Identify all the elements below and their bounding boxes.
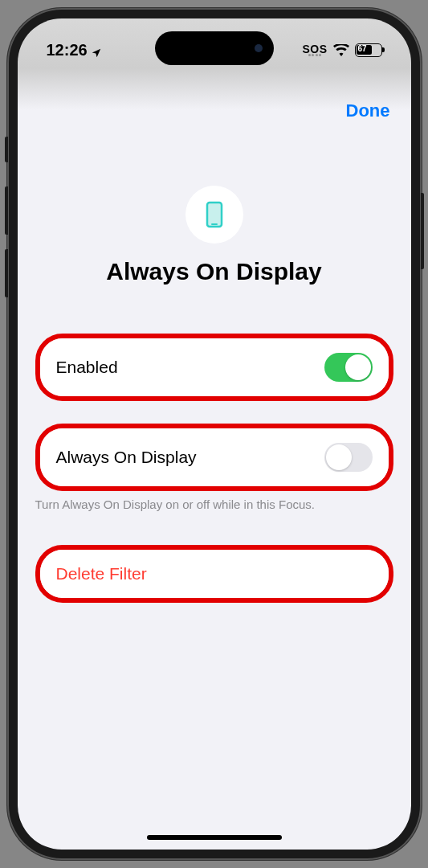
aod-label: Always On Display	[56, 448, 197, 467]
location-arrow-icon	[91, 44, 102, 55]
delete-filter-label: Delete Filter	[56, 564, 147, 583]
aod-row[interactable]: Always On Display	[40, 428, 389, 486]
home-indicator[interactable]	[147, 835, 282, 840]
dynamic-island	[155, 31, 274, 65]
screen: 12:26 SOS 67 Done	[18, 18, 411, 850]
status-time: 12:26	[47, 41, 88, 59]
phone-device-icon	[206, 201, 223, 228]
wifi-icon	[333, 44, 349, 56]
battery-icon: 67	[355, 43, 382, 57]
page-title: Always On Display	[18, 258, 411, 285]
enabled-row[interactable]: Enabled	[40, 338, 389, 396]
done-button[interactable]: Done	[346, 100, 390, 121]
annotation-highlight: Enabled	[35, 334, 393, 401]
footer-text: Turn Always On Display on or off while i…	[18, 497, 411, 511]
delete-filter-row[interactable]: Delete Filter	[40, 550, 389, 598]
nav-bar: Done	[18, 100, 411, 129]
header-icon-circle	[185, 186, 243, 244]
aod-toggle[interactable]	[324, 443, 373, 472]
enabled-label: Enabled	[56, 358, 118, 377]
phone-frame: 12:26 SOS 67 Done	[7, 8, 422, 860]
annotation-highlight: Delete Filter	[35, 545, 393, 603]
annotation-highlight: Always On Display	[35, 424, 393, 491]
enabled-toggle[interactable]	[324, 353, 373, 382]
svg-rect-0	[207, 203, 222, 227]
sos-indicator: SOS	[302, 44, 327, 56]
